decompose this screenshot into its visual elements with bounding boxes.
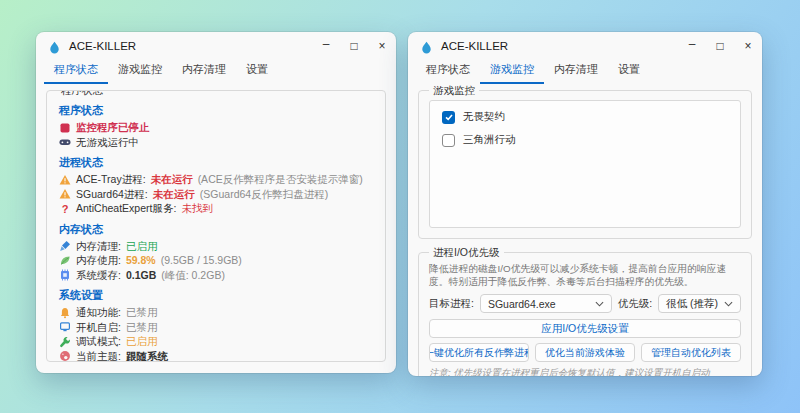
minimize-button[interactable]: – xyxy=(678,32,706,60)
tab-program-status[interactable]: 程序状态 xyxy=(416,59,480,84)
io-action-buttons: 一键优化所有反作弊进程 优化当前游戏体验 管理自动优化列表 xyxy=(429,343,741,362)
chevron-down-icon xyxy=(724,301,733,307)
chip-icon xyxy=(59,269,71,281)
left-tabbar: 程序状态 游戏监控 内存清理 设置 xyxy=(36,60,396,84)
palette-icon xyxy=(59,350,71,362)
status-item-monitor-stopped: 监控程序已停止 xyxy=(59,121,373,135)
section-heading-system-settings: 系统设置 xyxy=(59,288,373,303)
warning-icon xyxy=(59,188,71,200)
target-process-label: 目标进程: xyxy=(429,297,474,311)
question-icon: ? xyxy=(59,203,71,215)
monitor-icon xyxy=(59,321,71,333)
tab-game-monitor[interactable]: 游戏监控 xyxy=(480,59,544,84)
close-button[interactable]: × xyxy=(734,32,762,60)
close-button[interactable]: × xyxy=(368,32,396,60)
window-title: ACE-KILLER xyxy=(69,40,136,52)
tab-memory-clean[interactable]: 内存清理 xyxy=(544,59,608,84)
minimize-button[interactable]: – xyxy=(312,32,340,60)
checkbox-unchecked[interactable] xyxy=(442,134,455,147)
tab-settings[interactable]: 设置 xyxy=(608,59,650,84)
status-item-sguard: SGuard64进程: 未在运行 (SGuard64反作弊扫盘进程) xyxy=(59,188,373,202)
section-heading-memory: 内存状态 xyxy=(59,222,373,237)
status-item-notifications: 通知功能: 已禁用 xyxy=(59,306,373,320)
program-status-groupbox: 程序状态 程序状态 监控程序已停止 无游戏运行中 进程状态 ACE-Tray进程… xyxy=(46,90,386,362)
priority-label: 优先级: xyxy=(618,297,652,311)
warning-icon xyxy=(59,174,71,186)
game-item-valorant[interactable]: 无畏契约 xyxy=(442,110,728,124)
io-target-row: 目标进程: SGuard64.exe 优先级: 很低 (推荐) xyxy=(429,294,741,313)
gamepad-icon xyxy=(59,136,71,148)
leaf-icon xyxy=(59,255,71,267)
svg-text:?: ? xyxy=(62,203,69,215)
app-icon xyxy=(420,40,433,53)
groupbox-label: 游戏监控 xyxy=(429,83,479,97)
game-monitor-groupbox: 游戏监控 无畏契约 三角洲行动 xyxy=(418,90,752,239)
target-process-value: SGuard64.exe xyxy=(488,298,556,310)
status-item-anticheat-service: ? AntiCheatExpert服务: 未找到 xyxy=(59,202,373,216)
game-item-delta-force[interactable]: 三角洲行动 xyxy=(442,133,728,147)
io-description: 降低进程的磁盘I/O优先级可以减少系统卡顿，提高前台应用的响应速度。特别适用于降… xyxy=(429,262,741,288)
game-label: 三角洲行动 xyxy=(463,133,516,147)
status-item-debug-mode: 调试模式: 已启用 xyxy=(59,335,373,349)
optimize-current-game-button[interactable]: 优化当前游戏体验 xyxy=(535,343,635,362)
target-process-select[interactable]: SGuard64.exe xyxy=(480,294,612,313)
game-list[interactable]: 无畏契约 三角洲行动 xyxy=(429,100,741,228)
priority-select[interactable]: 很低 (推荐) xyxy=(658,294,741,313)
manage-auto-optimize-list-button[interactable]: 管理自动优化列表 xyxy=(641,343,741,362)
stop-icon xyxy=(59,122,71,134)
chevron-down-icon xyxy=(595,301,604,307)
wrench-icon xyxy=(59,336,71,348)
priority-value: 很低 (推荐) xyxy=(666,297,718,311)
section-heading-process: 进程状态 xyxy=(59,155,373,170)
right-window: ACE-KILLER – □ × 程序状态 游戏监控 内存清理 设置 游戏监控 … xyxy=(408,32,762,376)
tab-game-monitor[interactable]: 游戏监控 xyxy=(108,59,172,84)
status-item-system-cache: 系统缓存: 0.1GB (峰值: 0.2GB) xyxy=(59,269,373,283)
status-item-ace-tray: ACE-Tray进程: 未在运行 (ACE反作弊程序是否安装提示弹窗) xyxy=(59,173,373,187)
tab-settings[interactable]: 设置 xyxy=(236,59,278,84)
right-titlebar[interactable]: ACE-KILLER – □ × xyxy=(408,32,762,60)
tab-memory-clean[interactable]: 内存清理 xyxy=(172,59,236,84)
tab-program-status[interactable]: 程序状态 xyxy=(44,59,108,84)
apply-io-priority-button[interactable]: 应用I/O优先级设置 xyxy=(429,319,741,338)
maximize-button[interactable]: □ xyxy=(340,32,368,60)
bell-icon xyxy=(59,307,71,319)
right-tabbar: 程序状态 游戏监控 内存清理 设置 xyxy=(408,60,762,84)
groupbox-label: 程序状态 xyxy=(57,90,107,97)
left-window: ACE-KILLER – □ × 程序状态 游戏监控 内存清理 设置 程序状态 … xyxy=(36,32,396,373)
optimize-all-anticheat-button[interactable]: 一键优化所有反作弊进程 xyxy=(429,343,529,362)
checkbox-checked[interactable] xyxy=(442,111,455,124)
status-item-memory-clean: 内存清理: 已启用 xyxy=(59,240,373,254)
groupbox-label: 进程I/O优先级 xyxy=(429,245,504,259)
maximize-button[interactable]: □ xyxy=(706,32,734,60)
io-priority-groupbox: 进程I/O优先级 降低进程的磁盘I/O优先级可以减少系统卡顿，提高前台应用的响应… xyxy=(418,252,752,376)
game-label: 无畏契约 xyxy=(463,110,505,124)
status-item-memory-usage: 内存使用: 59.8% (9.5GB / 15.9GB) xyxy=(59,254,373,268)
status-item-theme: 当前主题: 跟随系统 xyxy=(59,350,373,363)
app-icon xyxy=(48,40,61,53)
status-item-autostart: 开机自启: 已禁用 xyxy=(59,321,373,335)
left-titlebar[interactable]: ACE-KILLER – □ × xyxy=(36,32,396,60)
section-heading-program: 程序状态 xyxy=(59,103,373,118)
broom-icon xyxy=(59,240,71,252)
status-item-no-game: 无游戏运行中 xyxy=(59,136,373,150)
window-title: ACE-KILLER xyxy=(441,40,508,52)
io-note: 注意: 优先级设置在进程重启后会恢复默认值，建议设置开机自启动 xyxy=(429,367,741,376)
